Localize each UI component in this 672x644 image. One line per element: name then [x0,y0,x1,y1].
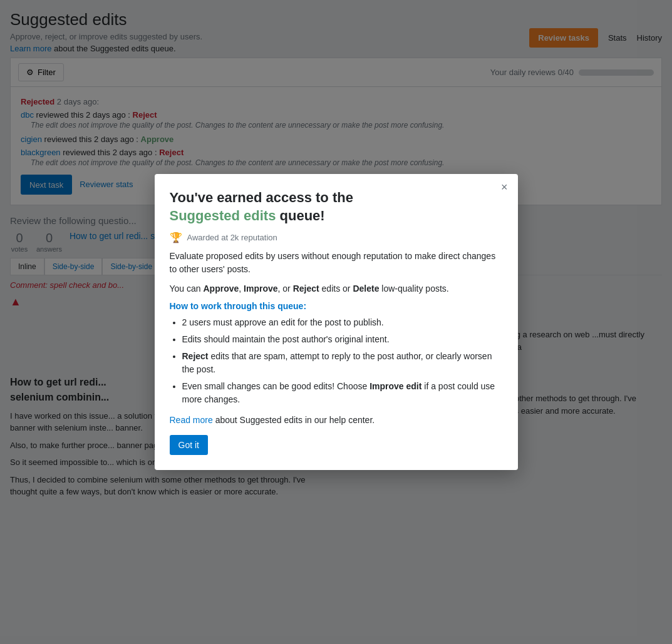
modal-title: You've earned access to the Suggested ed… [170,189,503,225]
modal-badge-row: 🏆 Awarded at 2k reputation [170,232,503,243]
bullet-1: 2 users must approve an edit for the pos… [182,316,503,329]
got-it-button[interactable]: Got it [170,435,208,455]
modal-help-link: Read more about Suggested edits in our h… [170,415,503,425]
read-more-link[interactable]: Read more [170,415,213,425]
modal-overlay: × You've earned access to the Suggested … [0,0,672,508]
bullet-2: Edits should maintain the post author's … [182,333,503,346]
badge-text: Awarded at 2k reputation [187,233,277,242]
modal-description: Evaluate proposed edits by users without… [170,250,503,276]
modal-actions-text: You can Approve, Improve, or Reject edit… [170,284,503,294]
modal-close-button[interactable]: × [501,181,508,193]
modal-how-title: How to work through this queue: [170,301,503,311]
trophy-icon: 🏆 [170,232,182,243]
bullet-4: Even small changes can be good edits! Ch… [182,380,503,406]
modal: × You've earned access to the Suggested … [155,174,518,469]
modal-title-green: Suggested edits [170,208,276,223]
modal-bullets: 2 users must approve an edit for the pos… [170,316,503,406]
bullet-3: Reject edits that are spam, attempt to r… [182,350,503,376]
